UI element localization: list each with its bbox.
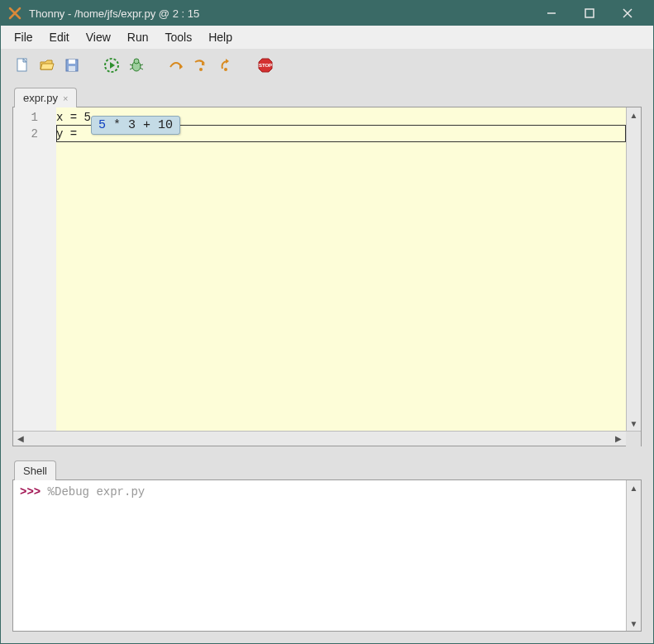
stop-button[interactable]: STOP xyxy=(255,55,275,75)
menu-edit[interactable]: Edit xyxy=(41,27,78,47)
svg-rect-6 xyxy=(69,60,75,64)
debug-expression-tooltip: 5 * 3 + 10 xyxy=(91,116,180,135)
scroll-left-arrow-icon[interactable]: ◀ xyxy=(13,432,28,446)
scroll-down-arrow-icon[interactable]: ▼ xyxy=(627,416,641,431)
shell-viewport: >>> %Debug expr.py ▲ ▼ xyxy=(12,479,642,632)
svg-point-16 xyxy=(224,68,227,71)
scroll-up-arrow-icon[interactable]: ▲ xyxy=(627,480,641,495)
editor-tab[interactable]: expr.py × xyxy=(14,88,77,107)
menu-tools[interactable]: Tools xyxy=(156,27,200,47)
menu-file[interactable]: File xyxy=(6,27,41,47)
line-number: 2 xyxy=(13,126,38,142)
line-gutter: 1 2 xyxy=(13,107,56,431)
shell-prompt: >>> xyxy=(20,485,48,499)
svg-rect-1 xyxy=(585,9,594,17)
minimize-button[interactable] xyxy=(532,1,570,26)
line-number: 1 xyxy=(13,109,38,126)
app-window: Thonny - /home/jfs/expr.py @ 2 : 15 File… xyxy=(0,0,654,644)
step-out-button[interactable] xyxy=(216,55,236,75)
main-area: expr.py × 1 2 x = 5 y = xyxy=(1,82,653,643)
shell-tab-row: Shell xyxy=(12,458,642,479)
shell-panel: Shell >>> %Debug expr.py ▲ ▼ xyxy=(12,458,642,632)
scroll-up-arrow-icon[interactable]: ▲ xyxy=(627,107,641,122)
shell-console[interactable]: >>> %Debug expr.py xyxy=(13,480,626,631)
menu-run[interactable]: Run xyxy=(119,27,157,47)
svg-text:STOP: STOP xyxy=(259,63,272,68)
editor-tab-row: expr.py × xyxy=(12,85,642,107)
shell-command-text: %Debug expr.py xyxy=(48,485,146,499)
debug-button[interactable] xyxy=(127,55,146,75)
editor-panel: expr.py × 1 2 x = 5 y = xyxy=(12,85,642,446)
titlebar: Thonny - /home/jfs/expr.py @ 2 : 15 xyxy=(1,1,653,26)
editor-viewport: 1 2 x = 5 y = 5 * 3 + 10 xyxy=(12,107,642,446)
open-file-button[interactable] xyxy=(37,55,57,75)
close-button[interactable] xyxy=(609,1,647,26)
step-into-button[interactable] xyxy=(191,55,211,75)
svg-point-10 xyxy=(134,59,139,64)
svg-point-15 xyxy=(199,68,203,71)
app-icon xyxy=(7,6,22,21)
toolbar: STOP xyxy=(1,49,653,82)
menubar: File Edit View Run Tools Help xyxy=(1,26,653,49)
maximize-button[interactable] xyxy=(570,1,609,26)
close-tab-icon[interactable]: × xyxy=(63,93,68,103)
menu-help[interactable]: Help xyxy=(200,27,241,47)
shell-tab-label: Shell xyxy=(23,465,47,477)
new-file-button[interactable] xyxy=(12,55,32,75)
step-over-button[interactable] xyxy=(166,55,186,75)
editor-tab-label: expr.py xyxy=(23,92,58,104)
shell-tab[interactable]: Shell xyxy=(14,460,56,480)
shell-vertical-scrollbar[interactable]: ▲ ▼ xyxy=(626,480,641,631)
code-editor[interactable]: 1 2 x = 5 y = 5 * 3 + 10 xyxy=(13,107,626,431)
scroll-down-arrow-icon[interactable]: ▼ xyxy=(627,616,641,631)
save-file-button[interactable] xyxy=(62,55,82,75)
scroll-right-arrow-icon[interactable]: ▶ xyxy=(611,432,626,446)
editor-vertical-scrollbar[interactable]: ▲ ▼ xyxy=(626,107,641,431)
run-button[interactable] xyxy=(102,55,122,75)
svg-rect-7 xyxy=(69,66,75,71)
editor-horizontal-scrollbar[interactable]: ◀ ▶ xyxy=(13,431,641,446)
window-title: Thonny - /home/jfs/expr.py @ 2 : 15 xyxy=(29,7,532,20)
menu-view[interactable]: View xyxy=(78,27,119,47)
